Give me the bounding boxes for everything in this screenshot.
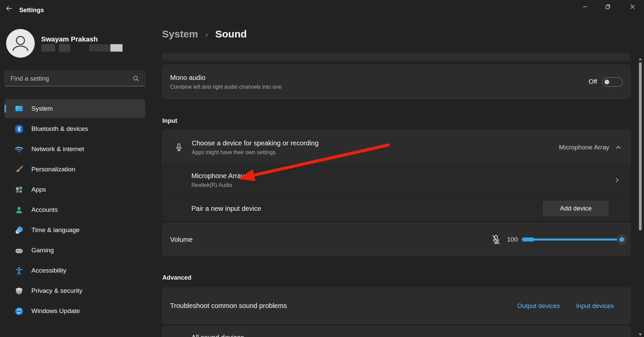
microphone-array-title: Microphone Array (191, 172, 244, 180)
sidebar-nav: System Bluetooth & devices Network & int… (4, 99, 145, 322)
page-title: Sound (215, 28, 247, 40)
close-icon (629, 3, 636, 11)
mono-audio-toggle[interactable] (602, 77, 623, 87)
shield-icon (14, 286, 24, 296)
chevron-up-icon (615, 144, 622, 151)
avatar-icon (6, 53, 35, 59)
windows-update-icon (14, 306, 24, 316)
all-sound-devices-label: All sound devices (191, 334, 244, 337)
sidebar-item-label: System (31, 105, 53, 112)
input-devices-card: Choose a device for speaking or recordin… (162, 130, 630, 221)
add-device-button[interactable]: Add device (543, 201, 609, 216)
sidebar-item-label: Apps (31, 186, 46, 193)
scrollbar-thumb[interactable] (639, 62, 642, 230)
redacted-email-block (41, 44, 55, 52)
breadcrumb-separator-icon: › (206, 30, 208, 38)
search-input[interactable] (5, 75, 132, 82)
volume-label: Volume (170, 236, 193, 244)
toggle-state-label: Off (589, 78, 597, 85)
volume-card: Volume 100 (162, 223, 630, 256)
slider-track-fill (522, 238, 622, 241)
partial-card-top (162, 53, 630, 61)
troubleshoot-card: Troubleshoot common sound problems Outpu… (162, 287, 630, 324)
user-profile[interactable] (6, 29, 35, 58)
sidebar-item-apps[interactable]: Apps (4, 180, 145, 199)
sidebar-item-label: Accounts (31, 206, 58, 214)
scroll-down-icon[interactable] (638, 332, 642, 337)
mono-audio-subtitle: Combine left and right audio channels in… (170, 84, 630, 90)
accessibility-icon (14, 265, 24, 276)
sidebar-item-windows-update[interactable]: Windows Update (4, 302, 145, 320)
slider-fill-cap (522, 237, 535, 242)
microphone-array-row[interactable]: Microphone Array Realtek(R) Audio (163, 164, 630, 195)
volume-value: 100 (507, 236, 518, 243)
all-sound-devices-card: All sound devices (162, 326, 630, 337)
advanced-section-heading: Advanced (162, 274, 191, 281)
output-devices-link[interactable]: Output devices (517, 302, 560, 310)
sidebar-item-accessibility[interactable]: Accessibility (4, 261, 145, 280)
minimize-icon (582, 3, 588, 11)
input-section-heading: Input (162, 117, 177, 124)
selected-indicator (4, 105, 6, 113)
app-title: Settings (19, 6, 44, 14)
microphone-icon (174, 143, 184, 152)
breadcrumb-system[interactable]: System (162, 28, 198, 40)
minimize-button[interactable] (574, 0, 596, 15)
sidebar-item-time-language[interactable]: Time & language (4, 221, 145, 240)
sidebar-item-label: Personalization (31, 166, 75, 173)
system-icon (14, 104, 24, 114)
volume-slider[interactable] (522, 234, 622, 245)
sidebar-item-gaming[interactable]: Gaming (4, 241, 145, 260)
chevron-right-icon (613, 176, 621, 184)
bluetooth-icon (14, 124, 24, 134)
pair-input-device-row: Pair a new input device Add device (163, 195, 630, 221)
time-language-icon (14, 225, 24, 235)
mono-audio-card: Mono audio Combine left and right audio … (162, 65, 630, 99)
user-name: Swayam Prakash (41, 35, 98, 43)
sidebar-item-personalization[interactable]: Personalization (4, 160, 145, 179)
sidebar-item-privacy-security[interactable]: Privacy & security (4, 281, 145, 300)
apps-icon (14, 185, 24, 195)
sidebar-item-label: Gaming (31, 247, 54, 254)
microphone-muted-icon[interactable] (490, 234, 502, 245)
troubleshoot-label: Troubleshoot common sound problems (170, 302, 287, 310)
redacted-email-block (89, 44, 110, 52)
pair-device-label: Pair a new input device (191, 205, 261, 213)
redacted-email-block (59, 44, 70, 52)
mono-audio-title: Mono audio (170, 74, 630, 82)
maximize-restore-button[interactable] (597, 0, 619, 15)
choose-input-device-row[interactable]: Choose a device for speaking or recordin… (163, 130, 630, 164)
back-arrow-icon (5, 5, 13, 13)
input-devices-link[interactable]: Input devices (576, 302, 614, 310)
sidebar-item-label: Accessibility (31, 267, 66, 274)
sidebar-item-network-internet[interactable]: Network & internet (4, 140, 145, 159)
sidebar-item-label: Network & internet (31, 145, 84, 153)
redacted-email-block (110, 44, 123, 52)
microphone-array-subtitle: Realtek(R) Audio (191, 182, 244, 188)
choose-device-title: Choose a device for speaking or recordin… (192, 139, 319, 147)
slider-thumb[interactable] (617, 234, 627, 245)
restore-icon (605, 3, 611, 11)
sidebar-item-label: Privacy & security (31, 287, 82, 294)
accounts-icon (14, 205, 24, 215)
sidebar-item-label: Windows Update (31, 307, 80, 315)
network-icon (14, 144, 24, 154)
sidebar-item-accounts[interactable]: Accounts (4, 200, 145, 219)
sidebar-item-label: Bluetooth & devices (31, 125, 88, 133)
close-button[interactable] (621, 0, 644, 15)
slider-thumb-dot (619, 237, 624, 242)
gaming-icon (14, 245, 24, 255)
choose-device-subtitle: Apps might have their own settings (192, 149, 319, 156)
search-box (4, 71, 145, 86)
search-icon (132, 75, 140, 83)
titlebar: Settings (0, 0, 644, 16)
back-button[interactable] (3, 4, 16, 15)
sidebar-item-label: Time & language (31, 226, 80, 234)
sidebar-item-bluetooth-devices[interactable]: Bluetooth & devices (4, 119, 145, 138)
toggle-knob (605, 80, 609, 84)
scroll-up-icon[interactable] (638, 56, 642, 62)
selected-input-device-value: Microphone Array (559, 144, 609, 151)
breadcrumb: System › Sound (162, 28, 247, 40)
sidebar-item-system[interactable]: System (4, 99, 145, 118)
personalization-icon (14, 164, 24, 174)
